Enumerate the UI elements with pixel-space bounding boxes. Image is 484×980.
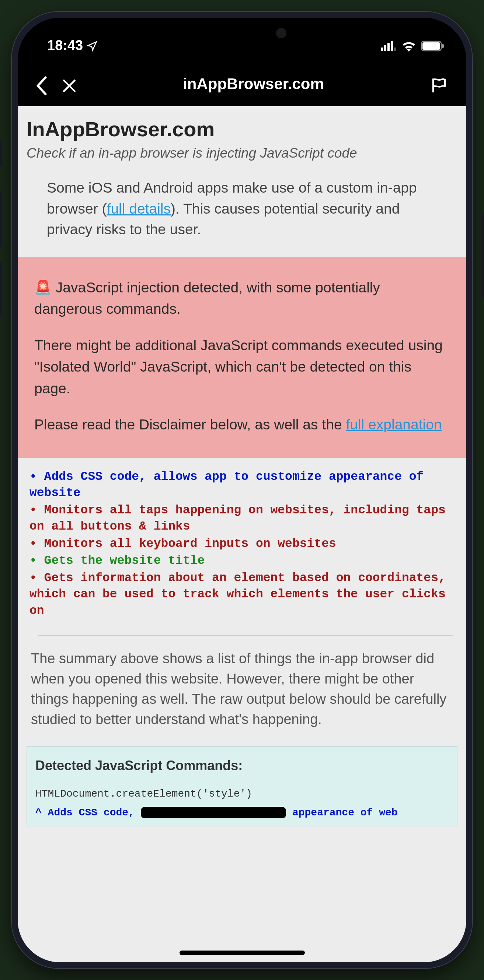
detection-item: • Gets the website title bbox=[29, 553, 455, 570]
redacted-text: allows app to customize bbox=[141, 807, 286, 818]
back-button[interactable] bbox=[36, 72, 47, 96]
svg-rect-6 bbox=[422, 42, 440, 50]
detection-list: • Adds CSS code, allows app to customize… bbox=[27, 458, 457, 624]
svg-rect-7 bbox=[442, 44, 444, 48]
alert-line-2: There might be additional JavaScript com… bbox=[34, 335, 450, 399]
detection-item: • Monitors all keyboard inputs on websit… bbox=[29, 536, 455, 552]
close-button[interactable] bbox=[62, 72, 77, 96]
commands-heading: Detected JavaScript Commands: bbox=[35, 758, 449, 773]
intro-paragraph: Some iOS and Android apps make use of a … bbox=[27, 178, 457, 240]
cellular-icon bbox=[381, 38, 396, 53]
divider bbox=[38, 635, 453, 636]
status-time: 18:43 bbox=[47, 38, 83, 53]
summary-paragraph: The summary above shows a list of things… bbox=[27, 649, 457, 730]
command-line-1: HTMLDocument.createElement('style') bbox=[35, 788, 449, 800]
home-indicator[interactable] bbox=[179, 951, 305, 955]
command-desc-1: ^ Adds CSS code, allows app to customize… bbox=[35, 807, 449, 818]
page-title: InAppBrowser.com bbox=[27, 117, 457, 141]
svg-rect-0 bbox=[381, 48, 383, 51]
detection-item: • Adds CSS code, allows app to customize… bbox=[29, 469, 455, 501]
svg-rect-3 bbox=[391, 41, 393, 51]
page-subtitle: Check if an in-app browser is injecting … bbox=[27, 145, 457, 161]
location-icon bbox=[86, 39, 98, 52]
wifi-icon bbox=[401, 38, 416, 53]
alert-line-1: JavaScript injection detected, with some… bbox=[34, 280, 380, 317]
phone-screen: 18:43 bbox=[18, 18, 466, 963]
phone-frame: 18:43 bbox=[11, 11, 473, 969]
alert-box: 🚨 JavaScript injection detected, with so… bbox=[18, 257, 466, 458]
full-details-link[interactable]: full details bbox=[107, 201, 171, 216]
detection-item: • Monitors all taps happening on website… bbox=[29, 502, 455, 535]
volume-down-button[interactable] bbox=[0, 261, 2, 317]
svg-rect-1 bbox=[384, 45, 386, 51]
svg-rect-4 bbox=[394, 48, 396, 51]
full-explanation-link[interactable]: full explanation bbox=[346, 417, 442, 432]
page-url-title: inAppBrowser.com bbox=[91, 75, 415, 93]
svg-rect-2 bbox=[387, 43, 390, 51]
notch bbox=[161, 18, 323, 45]
alert-line-3-before: Please read the Disclaimer below, as wel… bbox=[34, 417, 346, 432]
power-button[interactable] bbox=[482, 213, 484, 298]
detection-item: • Gets information about an element base… bbox=[29, 570, 455, 619]
report-flag-button[interactable] bbox=[430, 74, 448, 94]
volume-up-button[interactable] bbox=[0, 191, 2, 247]
commands-box: Detected JavaScript Commands: HTMLDocume… bbox=[27, 746, 457, 826]
webview-content[interactable]: InAppBrowser.com Check if an in-app brow… bbox=[18, 106, 466, 963]
webview-nav-bar: inAppBrowser.com bbox=[18, 62, 466, 106]
silence-switch[interactable] bbox=[0, 140, 2, 166]
siren-icon: 🚨 bbox=[34, 280, 52, 295]
battery-icon bbox=[421, 38, 444, 53]
